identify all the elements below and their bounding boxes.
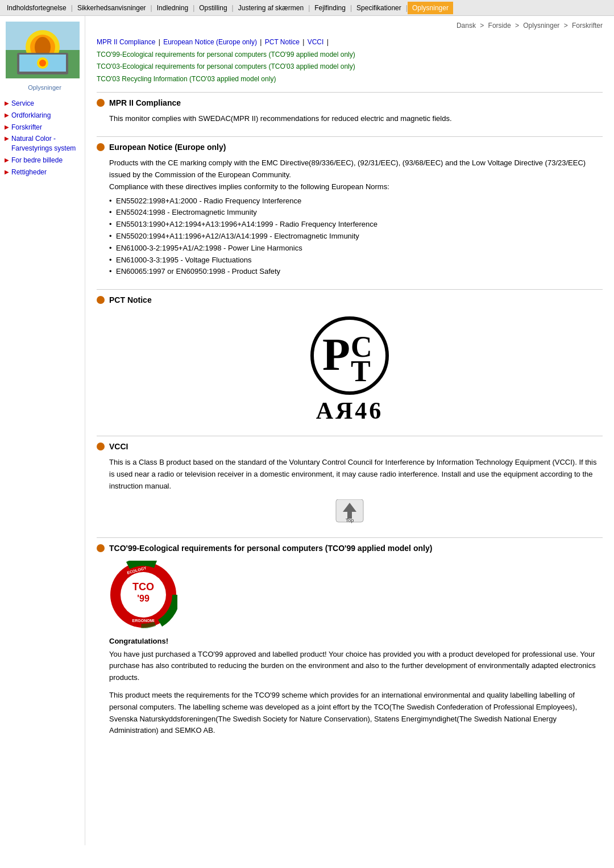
top-arrow-link[interactable]: Top xyxy=(331,499,368,526)
section-mpr: MPR II Compliance This monitor complies … xyxy=(97,98,603,125)
breadcrumb-forskrifter: Forskrifter xyxy=(572,22,603,30)
quick-link-tco03[interactable]: TCO'03-Ecological requirements for perso… xyxy=(97,62,355,70)
breadcrumb-forside[interactable]: Forside xyxy=(488,22,511,30)
sidebar-logo-image xyxy=(6,22,80,78)
quick-links-section: MPR II Compliance | European Notice (Eur… xyxy=(97,36,603,85)
svg-text:'99: '99 xyxy=(137,594,150,603)
arrow-icon-ordforklaring: ▶ xyxy=(5,112,9,118)
sidebar-item-natural-color[interactable]: ▶ Natural Color - Farvestyrings system xyxy=(0,133,85,155)
nav-specifikationer[interactable]: Specifikationer xyxy=(352,4,406,12)
quick-link-european[interactable]: European Notice (Europe only) xyxy=(163,38,257,46)
top-arrow-container: Top xyxy=(97,499,603,526)
section-heading-european: European Notice (Europe only) xyxy=(97,143,603,152)
quick-link-tco03r[interactable]: TCO'03 Recycling Information (TCO'03 app… xyxy=(97,75,276,83)
ql-sep3: | xyxy=(302,38,306,46)
nav-justering[interactable]: Justering af skærmen xyxy=(234,4,308,12)
tco99-logo-container: TCO '99 ECOLOGY ERGONOMI xyxy=(109,561,603,629)
nav-opstilling[interactable]: Opstilling xyxy=(194,4,231,12)
section-heading-tco99: TCO'99-Ecological requirements for perso… xyxy=(97,544,603,553)
divider-after-vcci xyxy=(97,537,603,538)
vcci-text: This is a Class B product based on the s… xyxy=(109,457,603,492)
svg-text:T: T xyxy=(351,355,371,387)
bullet-pct xyxy=(97,296,105,304)
list-item: EN55013:1990+A12:1994+A13:1996+A14:1999 … xyxy=(109,219,603,231)
section-heading-pct: PCT Notice xyxy=(97,295,603,304)
breadcrumb-sep3: > xyxy=(564,22,570,30)
sidebar-link-service[interactable]: Service xyxy=(11,99,34,108)
list-item: EN61000-3-2:1995+A1/A2:1998 - Power Line… xyxy=(109,243,603,254)
section-title-vcci: VCCI xyxy=(109,442,128,451)
divider-after-european xyxy=(97,289,603,290)
section-body-mpr: This monitor complies with SWEDAC(MPR II… xyxy=(109,113,603,125)
svg-text:Top: Top xyxy=(346,518,354,523)
arrow-icon-bedre-billede: ▶ xyxy=(5,157,9,163)
top-arrow-svg: Top xyxy=(331,499,368,524)
divider-after-pct xyxy=(97,436,603,436)
sidebar-item-rettigheder[interactable]: ▶ Rettigheder xyxy=(0,166,85,178)
tco99-para2: This product meets the requirements for … xyxy=(109,690,603,737)
sidebar-item-bedre-billede[interactable]: ▶ For bedre billede xyxy=(0,155,85,166)
nav-oplysninger-active[interactable]: Oplysninger xyxy=(408,2,453,14)
pct-model-text: АЯ46 xyxy=(97,397,603,424)
breadcrumb-sep2: > xyxy=(515,22,521,30)
breadcrumb: Dansk > Forside > Oplysninger > Forskrif… xyxy=(97,22,603,30)
sidebar-item-ordforklaring[interactable]: ▶ Ordforklaring xyxy=(0,110,85,122)
section-body-european: Products with the CE marking comply with… xyxy=(109,157,603,278)
divider-after-links xyxy=(97,92,603,93)
bullet-european xyxy=(97,143,105,151)
nav-indledning[interactable]: Indledning xyxy=(152,4,193,12)
congratulations-heading: Congratulations! xyxy=(109,637,603,645)
section-title-pct: PCT Notice xyxy=(109,295,152,304)
arrow-icon-natural-color: ▶ xyxy=(5,135,9,141)
svg-text:P: P xyxy=(322,329,350,379)
quick-link-tco99[interactable]: TCO'99-Ecological requirements for perso… xyxy=(97,51,355,59)
ql-sep4: | xyxy=(327,38,329,46)
svg-point-8 xyxy=(39,60,46,66)
pct-logo-svg: P C T xyxy=(310,316,389,395)
sidebar: Oplysninger ▶ Service ▶ Ordforklaring ▶ … xyxy=(0,16,85,845)
section-title-mpr: MPR II Compliance xyxy=(109,98,181,107)
section-heading-vcci: VCCI xyxy=(97,442,603,451)
svg-text:TCO: TCO xyxy=(132,581,154,592)
quick-link-mpr[interactable]: MPR II Compliance xyxy=(97,38,155,46)
sidebar-link-forskrifter[interactable]: Forskrifter xyxy=(11,123,42,132)
list-item: EN55022:1998+A1:2000 - Radio Frequency I… xyxy=(109,195,603,207)
list-item: EN60065:1997 or EN60950:1998 - Product S… xyxy=(109,266,603,278)
nav-indholdsfortegnelse[interactable]: Indholdsfortegnelse xyxy=(2,4,71,12)
section-european: European Notice (Europe only) Products w… xyxy=(97,143,603,278)
ql-sep2: | xyxy=(260,38,263,46)
european-intro: Products with the CE marking comply with… xyxy=(109,157,603,193)
arrow-icon-rettigheder: ▶ xyxy=(5,169,9,175)
arrow-icon-forskrifter: ▶ xyxy=(5,124,9,130)
mpr-text: This monitor complies with SWEDAC(MPR II… xyxy=(109,113,603,125)
section-heading-mpr: MPR II Compliance xyxy=(97,98,603,107)
nav-sikkerhedsanvisninger[interactable]: Sikkerhedsanvisninger xyxy=(73,4,151,12)
pct-logo-container: P C T АЯ46 xyxy=(97,316,603,424)
bullet-vcci xyxy=(97,443,105,450)
sidebar-item-forskrifter[interactable]: ▶ Forskrifter xyxy=(0,122,85,133)
section-body-vcci: This is a Class B product based on the s… xyxy=(109,457,603,492)
tco99-logo-svg: TCO '99 ECOLOGY ERGONOMI xyxy=(109,561,177,629)
top-navigation: Indholdsfortegnelse | Sikkerhedsanvisnin… xyxy=(0,0,614,16)
list-item: EN55020:1994+A11:1996+A12/A13/A14:1999 -… xyxy=(109,231,603,243)
quick-link-pct[interactable]: PCT Notice xyxy=(265,38,300,46)
nav-fejlfinding[interactable]: Fejlfinding xyxy=(310,4,350,12)
section-tco99: TCO'99-Ecological requirements for perso… xyxy=(97,544,603,737)
sidebar-link-ordforklaring[interactable]: Ordforklaring xyxy=(11,111,51,120)
divider-after-mpr xyxy=(97,136,603,137)
sidebar-link-natural-color[interactable]: Natural Color - Farvestyrings system xyxy=(11,134,80,153)
list-item: EN61000-3-3:1995 - Voltage Fluctuations xyxy=(109,254,603,266)
breadcrumb-oplysninger[interactable]: Oplysninger xyxy=(523,22,559,30)
section-vcci: VCCI This is a Class B product based on … xyxy=(97,442,603,525)
svg-text:ERGONOMI: ERGONOMI xyxy=(132,619,155,623)
sidebar-item-service[interactable]: ▶ Service xyxy=(0,98,85,110)
section-pct: PCT Notice P C T АЯ46 xyxy=(97,295,603,424)
breadcrumb-dansk[interactable]: Dansk xyxy=(457,22,476,30)
european-norms-list: EN55022:1998+A1:2000 - Radio Frequency I… xyxy=(109,195,603,278)
sidebar-logo-label: Oplysninger xyxy=(0,84,85,91)
section-title-european: European Notice (Europe only) xyxy=(109,143,226,152)
sidebar-link-bedre-billede[interactable]: For bedre billede xyxy=(11,156,63,165)
list-item: EN55024:1998 - Electromagnetic Immunity xyxy=(109,207,603,219)
quick-link-vcci[interactable]: VCCI xyxy=(308,38,324,46)
sidebar-link-rettigheder[interactable]: Rettigheder xyxy=(11,168,47,177)
